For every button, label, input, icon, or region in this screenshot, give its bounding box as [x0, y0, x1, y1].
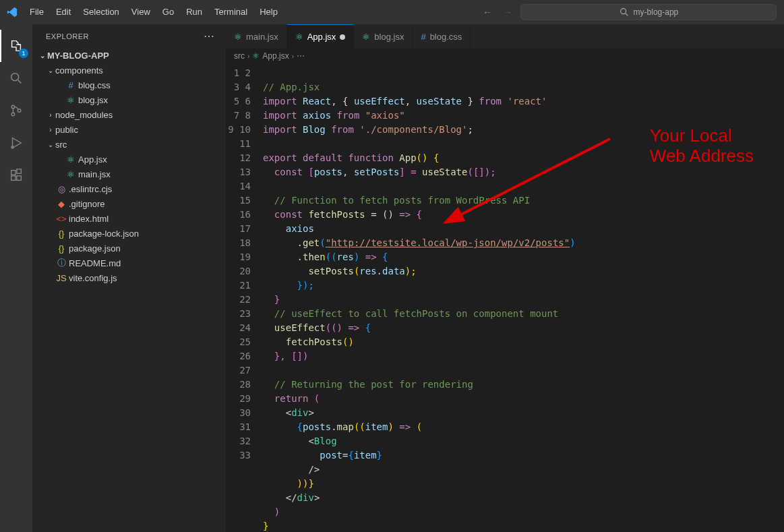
tab-label: blog.jsx: [374, 32, 404, 42]
svg-rect-9: [17, 169, 21, 173]
search-placeholder: my-blog-app: [634, 7, 679, 17]
nav-forward-icon[interactable]: →: [500, 7, 515, 18]
tree-folder-components[interactable]: ⌄components: [32, 63, 226, 78]
tree-folder-public[interactable]: ›public: [32, 122, 226, 137]
tab-label: App.jsx: [307, 32, 336, 42]
menu-help[interactable]: Help: [253, 0, 284, 24]
menu-edit[interactable]: Edit: [50, 0, 77, 24]
svg-point-4: [18, 109, 21, 113]
menu-terminal[interactable]: Terminal: [208, 0, 253, 24]
activity-explorer-icon[interactable]: 1: [0, 30, 32, 62]
activity-extensions-icon[interactable]: [0, 159, 32, 191]
menu-selection[interactable]: Selection: [77, 0, 125, 24]
titlebar: File Edit Selection View Go Run Terminal…: [0, 0, 784, 24]
line-number-gutter: 1 2 3 4 5 6 7 8 9 10 11 12 13 14 15 16 1…: [226, 63, 263, 532]
vscode-logo-icon: [0, 7, 24, 18]
tree-file-app-jsx[interactable]: ⚛App.jsx: [32, 152, 226, 167]
activity-scm-icon[interactable]: [0, 94, 32, 127]
tree-folder-node-modules[interactable]: ›node_modules: [32, 107, 226, 122]
react-icon: ⚛: [234, 32, 242, 42]
menu-go[interactable]: Go: [156, 0, 180, 24]
tree-file-readme[interactable]: ⓘREADME.md: [32, 256, 226, 270]
menubar: File Edit Selection View Go Run Terminal…: [24, 0, 284, 24]
editor-tabs: ⚛ main.jsx ⚛ App.jsx ⚛ blog.jsx # blog.c…: [226, 24, 784, 49]
svg-point-3: [11, 113, 15, 116]
tab-blog-jsx[interactable]: ⚛ blog.jsx: [354, 24, 413, 49]
editor-group: ⚛ main.jsx ⚛ App.jsx ⚛ blog.jsx # blog.c…: [226, 24, 784, 532]
react-icon: ⚛: [362, 32, 370, 42]
tree-file-package-lock[interactable]: {}package-lock.json: [32, 226, 226, 241]
nav-back-icon[interactable]: ←: [480, 7, 495, 18]
svg-rect-8: [17, 176, 21, 180]
activity-debug-icon[interactable]: [0, 127, 32, 159]
command-center-search[interactable]: my-blog-app: [520, 4, 777, 20]
react-icon: ⚛: [295, 32, 303, 42]
tab-dirty-icon: [340, 34, 345, 40]
tab-label: blog.css: [430, 32, 462, 42]
menu-view[interactable]: View: [125, 0, 156, 24]
tree-file-viteconfig[interactable]: JSvite.config.js: [32, 270, 226, 285]
menu-run[interactable]: Run: [180, 0, 208, 24]
tab-main-jsx[interactable]: ⚛ main.jsx: [226, 24, 287, 49]
annotation-label: Your Local Web Address: [650, 125, 754, 166]
activity-search-icon[interactable]: [0, 62, 32, 94]
search-icon: [619, 7, 630, 18]
tree-file-blog-jsx[interactable]: ⚛blog.jsx: [32, 92, 226, 107]
menu-file[interactable]: File: [24, 0, 50, 24]
tree-file-blog-css[interactable]: #blog.css: [32, 78, 226, 92]
svg-point-1: [11, 73, 19, 81]
breadcrumb[interactable]: src › ⚛ App.jsx › ⋯: [226, 49, 784, 63]
svg-point-0: [620, 9, 626, 14]
tree-file-main-jsx[interactable]: ⚛main.jsx: [32, 167, 226, 181]
sidebar-more-icon[interactable]: ⋯: [204, 30, 215, 42]
tab-app-jsx[interactable]: ⚛ App.jsx: [287, 24, 355, 49]
svg-point-2: [11, 105, 15, 109]
sidebar-title: EXPLORER: [46, 32, 89, 40]
code-editor[interactable]: // App.jsx import React, { useEffect, us…: [263, 63, 576, 532]
tree-file-index-html[interactable]: <>index.html: [32, 211, 226, 226]
breadcrumb-file: App.jsx: [262, 51, 289, 61]
activity-badge: 1: [19, 49, 28, 58]
sidebar-explorer: EXPLORER ⋯ ⌄ MY-BLOG-APP ⌄components #bl…: [32, 24, 226, 532]
svg-rect-7: [11, 176, 16, 180]
react-icon: ⚛: [252, 51, 260, 61]
file-tree: ⌄ MY-BLOG-APP ⌄components #blog.css ⚛blo…: [32, 48, 226, 285]
tree-project-root[interactable]: ⌄ MY-BLOG-APP: [32, 48, 226, 63]
tree-file-eslintrc[interactable]: ◎.eslintrc.cjs: [32, 181, 226, 196]
tab-blog-css[interactable]: # blog.css: [413, 24, 471, 49]
svg-rect-6: [11, 171, 16, 175]
breadcrumb-folder: src: [234, 51, 245, 61]
tree-file-package[interactable]: {}package.json: [32, 241, 226, 256]
tree-file-gitignore[interactable]: ◆.gitignore: [32, 196, 226, 211]
activity-bar: 1: [0, 24, 32, 532]
css-icon: #: [421, 32, 425, 42]
tab-label: main.jsx: [246, 32, 278, 42]
tree-folder-src[interactable]: ⌄src: [32, 137, 226, 152]
